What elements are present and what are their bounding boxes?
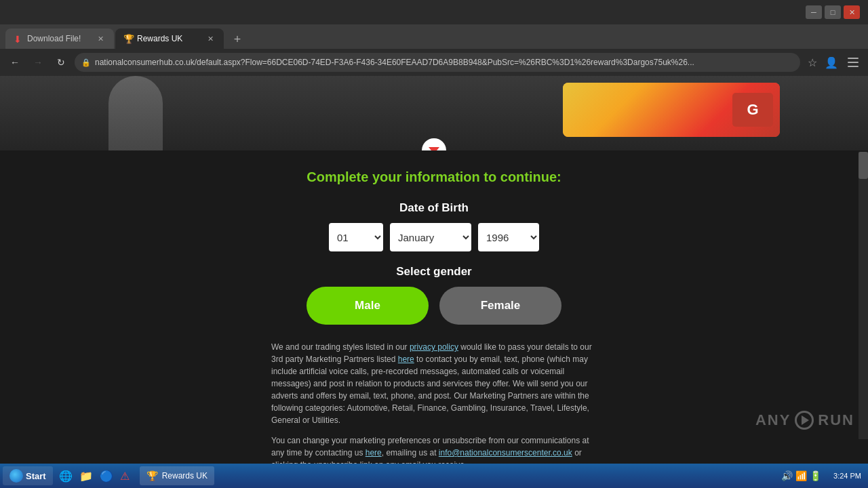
browser-window: ─ □ ✕ ⬇ Download File! ✕ 🏆 Rewards UK ✕ … bbox=[0, 0, 868, 488]
tabs-bar: ⬇ Download File! ✕ 🏆 Rewards UK ✕ + bbox=[0, 24, 868, 49]
tab-close-download[interactable]: ✕ bbox=[95, 33, 106, 44]
tray-network-icon: 📶 bbox=[795, 470, 807, 481]
tab-download[interactable]: ⬇ Download File! ✕ bbox=[5, 28, 114, 49]
maximize-button[interactable]: □ bbox=[825, 5, 841, 19]
taskbar-window-label: Rewards UK bbox=[162, 471, 208, 481]
consent-area: We and our trading styles listed in our … bbox=[271, 341, 597, 464]
anyrun-text-any: ANY bbox=[755, 411, 791, 429]
gender-label: Select gender bbox=[307, 265, 561, 279]
tray-speaker-icon: 🔊 bbox=[781, 470, 793, 481]
dob-month-select[interactable]: January February March April May June Ju… bbox=[390, 223, 471, 251]
form-area: Complete your information to continue: D… bbox=[0, 150, 868, 464]
consent-paragraph-2: You can change your marketing preference… bbox=[271, 434, 597, 464]
minimize-button[interactable]: ─ bbox=[806, 5, 822, 19]
address-bar[interactable]: 🔒 nationalconsumerhub.co.uk/default.aspx… bbox=[75, 53, 800, 72]
taskbar-ie-icon[interactable]: 🌐 bbox=[56, 466, 75, 485]
close-button[interactable]: ✕ bbox=[844, 5, 860, 19]
dob-year-select[interactable]: 1990 1991 1992 1993 1994 1995 1996 1997 … bbox=[478, 223, 539, 251]
tab-title-rewards: Rewards UK bbox=[137, 34, 201, 43]
here-link-2[interactable]: here bbox=[366, 448, 382, 458]
tab-title-download: Download File! bbox=[27, 34, 91, 43]
email-link[interactable]: info@nationalconsumerscenter.co.uk bbox=[439, 448, 572, 458]
tab-favicon-download: ⬇ bbox=[14, 34, 23, 43]
nav-bar: ← → ↻ 🔒 nationalconsumerhub.co.uk/defaul… bbox=[0, 49, 868, 76]
url-text: nationalconsumerhub.co.uk/default.aspx?F… bbox=[95, 58, 694, 67]
taskbar-alert-icon[interactable]: ⚠ bbox=[117, 466, 136, 485]
address-bar-actions: ☆ 👤 bbox=[804, 54, 840, 70]
taskbar: Start 🌐 📁 🔵 ⚠ 🏆 Rewards UK 🔊 📶 🔋 bbox=[0, 464, 868, 488]
top-right-banner: G bbox=[563, 83, 780, 137]
scrollbar[interactable] bbox=[859, 152, 868, 439]
dob-label: Date of Birth bbox=[329, 201, 539, 215]
page-content: G Complete your information to continue:… bbox=[0, 76, 868, 464]
lock-icon: 🔒 bbox=[81, 58, 91, 67]
anyrun-watermark: ANY RUN bbox=[755, 411, 854, 430]
here-link-1[interactable]: here bbox=[398, 354, 414, 364]
tray-battery-icon: 🔋 bbox=[810, 470, 821, 481]
menu-button[interactable] bbox=[844, 53, 863, 72]
dob-section: Date of Birth 01 02 03 04 05 06 07 08 09… bbox=[329, 201, 539, 251]
new-tab-button[interactable]: + bbox=[228, 30, 247, 49]
top-person-area bbox=[68, 76, 203, 150]
taskbar-icons: 🌐 📁 🔵 ⚠ bbox=[56, 466, 136, 485]
dob-day-select[interactable]: 01 02 03 04 05 06 07 08 09 10 11 12 13 1… bbox=[329, 223, 383, 251]
clock: 3:24 PM bbox=[829, 472, 865, 480]
taskbar-chrome-icon[interactable]: 🔵 bbox=[96, 466, 115, 485]
account-button[interactable]: 👤 bbox=[823, 54, 840, 70]
forward-button[interactable]: → bbox=[28, 53, 47, 72]
anyrun-text-run: RUN bbox=[818, 411, 854, 429]
tab-close-rewards[interactable]: ✕ bbox=[205, 33, 216, 44]
taskbar-active-window[interactable]: 🏆 Rewards UK bbox=[140, 466, 214, 485]
top-image-area: G bbox=[0, 76, 868, 150]
back-button[interactable]: ← bbox=[5, 53, 24, 72]
male-button[interactable]: Male bbox=[307, 287, 429, 325]
scrollbar-thumb[interactable] bbox=[859, 152, 868, 179]
window-controls: ─ □ ✕ bbox=[806, 5, 863, 19]
privacy-policy-link[interactable]: privacy policy bbox=[410, 342, 458, 352]
title-bar: ─ □ ✕ bbox=[0, 0, 868, 24]
taskbar-folder-icon[interactable]: 📁 bbox=[76, 466, 95, 485]
gender-section: Select gender Male Female bbox=[307, 265, 561, 325]
female-button[interactable]: Female bbox=[439, 287, 561, 325]
complete-text: Complete your information to continue: bbox=[307, 169, 561, 185]
taskbar-right: 🔊 📶 🔋 3:24 PM bbox=[776, 470, 865, 481]
start-label: Start bbox=[26, 471, 46, 481]
start-orb bbox=[9, 469, 23, 483]
reload-button[interactable]: ↻ bbox=[52, 53, 71, 72]
start-button[interactable]: Start bbox=[3, 466, 53, 485]
gender-buttons: Male Female bbox=[307, 287, 561, 325]
anyrun-play-icon bbox=[795, 411, 814, 430]
consent-paragraph-1: We and our trading styles listed in our … bbox=[271, 341, 597, 426]
bookmark-button[interactable]: ☆ bbox=[804, 54, 821, 70]
system-tray: 🔊 📶 🔋 bbox=[776, 470, 827, 481]
dob-selects: 01 02 03 04 05 06 07 08 09 10 11 12 13 1… bbox=[329, 223, 539, 251]
tab-favicon-rewards: 🏆 bbox=[123, 34, 133, 43]
tab-rewards[interactable]: 🏆 Rewards UK ✕ bbox=[115, 28, 224, 49]
